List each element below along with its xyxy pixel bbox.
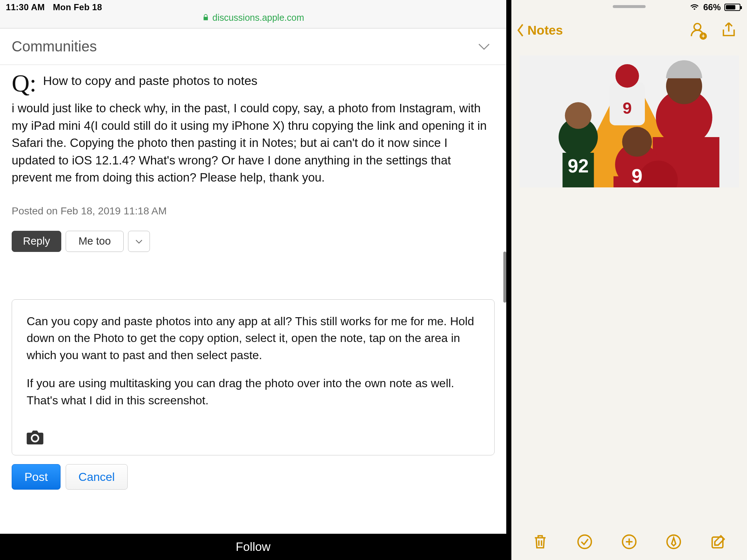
svg-point-6: [565, 102, 592, 129]
camera-icon: [27, 431, 43, 444]
status-date: Mon Feb 18: [53, 2, 102, 12]
notes-nav: Notes +: [511, 13, 747, 47]
cancel-button[interactable]: Cancel: [66, 464, 128, 490]
split-view-divider[interactable]: [506, 0, 511, 560]
plus-circle-icon: [621, 534, 637, 550]
pen-circle-icon: [666, 534, 682, 550]
question-title: How to copy and paste photos to notes: [43, 72, 258, 88]
add-people-button[interactable]: +: [689, 22, 705, 39]
svg-point-19: [578, 535, 592, 549]
safari-pane: 11:30 AM Mon Feb 18 discussions.apple.co…: [0, 0, 506, 560]
delete-button[interactable]: [532, 534, 548, 551]
wifi-icon: [689, 3, 700, 11]
add-button[interactable]: [621, 534, 637, 551]
posted-date: Posted on Feb 18, 2019 11:18 AM: [12, 205, 495, 217]
svg-text:92: 92: [568, 155, 589, 176]
checklist-button[interactable]: [577, 534, 593, 551]
reply-button[interactable]: Reply: [12, 231, 61, 252]
pasted-photo: 92 9 9: [519, 55, 739, 187]
note-body[interactable]: 92 9 9: [511, 47, 747, 187]
scrollbar[interactable]: [503, 252, 506, 303]
plus-badge-icon: +: [700, 32, 707, 40]
chevron-down-icon: [134, 236, 144, 246]
reply-editor[interactable]: Can you copy and paste photos into any a…: [12, 299, 495, 455]
notes-toolbar: [511, 528, 747, 557]
svg-point-13: [622, 127, 652, 157]
status-time: 11:30 AM: [6, 2, 45, 12]
back-label: Notes: [527, 23, 563, 38]
question-body: i would just like to check why, in the p…: [12, 100, 493, 186]
content-area: Q: How to copy and paste photos to notes…: [0, 65, 506, 493]
communities-label: Communities: [12, 38, 97, 55]
compose-icon: [710, 534, 726, 550]
lock-icon: [202, 14, 209, 21]
reply-paragraph-2: If you are using multitasking you can dr…: [27, 375, 480, 409]
svg-point-17: [615, 64, 639, 88]
back-button[interactable]: Notes: [516, 23, 563, 38]
svg-text:9: 9: [632, 165, 643, 187]
notes-pane: 66% Notes +: [511, 0, 747, 560]
trash-icon: [532, 534, 548, 550]
compose-button[interactable]: [710, 534, 726, 551]
markup-button[interactable]: [666, 534, 682, 551]
communities-header[interactable]: Communities: [0, 28, 506, 65]
url-host: discussions.apple.com: [212, 12, 304, 23]
chevron-left-icon: [516, 23, 525, 38]
url-bar[interactable]: discussions.apple.com: [0, 12, 506, 28]
post-button[interactable]: Post: [12, 464, 61, 490]
svg-text:9: 9: [623, 99, 632, 117]
action-row: Reply Me too: [12, 231, 495, 252]
battery-icon: [724, 4, 740, 11]
chevron-down-icon: [476, 39, 492, 54]
more-actions-button[interactable]: [128, 231, 150, 252]
share-icon: [721, 22, 737, 38]
home-indicator[interactable]: [613, 5, 646, 8]
check-circle-icon: [577, 534, 593, 550]
status-bar-right: 66%: [511, 0, 747, 13]
attach-photo-button[interactable]: [27, 431, 480, 449]
svg-point-0: [694, 24, 701, 30]
follow-label: Follow: [236, 540, 270, 554]
reply-paragraph-1: Can you copy and paste photos into any a…: [27, 313, 480, 364]
note-image[interactable]: 92 9 9: [519, 55, 739, 187]
follow-bar[interactable]: Follow: [0, 534, 506, 560]
me-too-button[interactable]: Me too: [66, 231, 124, 252]
question-mark: Q:: [12, 72, 36, 94]
post-actions: Post Cancel: [12, 464, 495, 490]
status-bar-left: 11:30 AM Mon Feb 18: [0, 0, 506, 12]
battery-percent: 66%: [703, 2, 721, 12]
share-button[interactable]: [721, 22, 737, 39]
